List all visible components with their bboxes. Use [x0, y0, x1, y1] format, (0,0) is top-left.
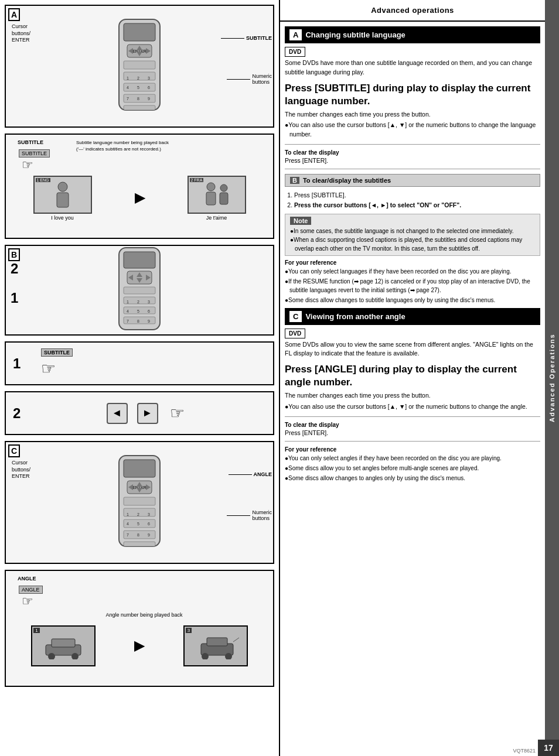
svg-text:7: 7	[127, 533, 129, 537]
car2-badge: 3	[186, 628, 192, 633]
b-letter-box: B	[290, 177, 299, 184]
svg-rect-25	[206, 192, 216, 205]
for-reference-label-b: For your reference	[280, 259, 545, 266]
svg-text:9: 9	[148, 319, 150, 323]
svg-text:3: 3	[148, 300, 150, 304]
section-a-label: A	[8, 8, 20, 21]
svg-text:7: 7	[127, 97, 129, 101]
svg-rect-21	[124, 105, 155, 110]
svg-rect-8	[124, 61, 155, 69]
svg-text:6: 6	[148, 309, 150, 313]
steps-list: Press [SUBTITLE]. Press the cursor butto…	[280, 190, 545, 210]
svg-text:8: 8	[137, 319, 139, 323]
numeric-callout: Numeric buttons	[227, 73, 272, 85]
section-c-sub-text: The number changes each time you press t…	[280, 391, 545, 401]
section-c-header: C Viewing from another angle	[285, 308, 540, 325]
step1-hand: ☞	[41, 359, 56, 378]
scene-arrow: ▶	[135, 190, 145, 206]
step1-num: 1	[13, 355, 21, 372]
c-cursor-callout: Cursor buttons/ ENTER	[12, 460, 30, 480]
svg-text:6: 6	[148, 85, 150, 90]
right-tv: 2 FRA Je t'aime	[188, 176, 246, 221]
section-c-intro: Some DVDs allow you to view the same sce…	[285, 340, 540, 359]
svg-rect-75	[207, 638, 227, 646]
dvd-badge-a: DVD	[285, 47, 305, 57]
svg-text:8: 8	[137, 97, 139, 101]
svg-rect-56	[124, 497, 155, 505]
left-person-svg	[45, 180, 80, 209]
step2-cursor: 2 ◄ ► ☞	[5, 391, 274, 435]
dvd-badge-c: DVD	[285, 329, 305, 338]
section-c-content: Some DVDs allow you to view the same sce…	[280, 340, 545, 359]
car-arrow: ▶	[134, 638, 144, 654]
svg-text:4: 4	[127, 522, 129, 526]
angle-illustration: ANGLE ANGLE ☞ Angle number being played …	[5, 570, 274, 687]
clear-display-text-a: Press [ENTER].	[280, 157, 545, 164]
note-text-2: ●When a disc supporting closed captions …	[290, 235, 535, 253]
subtitle-label: SUBTITLE	[18, 139, 43, 145]
car1-badge: 1	[33, 628, 39, 633]
svg-text:2: 2	[137, 300, 139, 304]
right-tv-screen: 2 FRA	[188, 176, 246, 214]
section-a-intro: Some DVDs have more than one subtitle la…	[285, 59, 540, 77]
car1: 1	[31, 625, 96, 666]
right-tv-caption: Je t'aime	[206, 215, 227, 221]
b-ref-1: ●You can only select languages if they h…	[280, 267, 545, 276]
left-arrow-btn: ◄	[107, 403, 128, 424]
svg-rect-27	[220, 193, 228, 204]
section-b-label: B	[8, 248, 20, 261]
section-b-title: To clear/display the subtitles	[303, 177, 391, 184]
cursor-buttons: ◄ ► ☞	[6, 392, 273, 434]
cursor-callout: Cursor buttons/ ENTER	[12, 23, 30, 44]
step1-indicator: 1	[11, 290, 18, 306]
svg-rect-23	[57, 193, 69, 207]
divider-c2	[285, 441, 540, 442]
step2-text: Press the cursor buttons [◄, ►] to selec…	[294, 200, 540, 210]
for-reference-label-c: For your reference	[280, 446, 545, 453]
right-tv-label: 2 FRA	[190, 178, 204, 182]
angle-callout: ANGLE	[229, 471, 272, 477]
svg-text:8: 8	[137, 533, 139, 537]
subtitle-desc: Subtitle language number being played ba…	[76, 139, 193, 152]
svg-text:1: 1	[127, 300, 129, 304]
note-box: Note ●In some cases, the subtitle langua…	[285, 214, 540, 256]
section-a-bullet1: ●You can also use the cursor buttons [▲,…	[280, 121, 545, 139]
car1-screen: 1	[31, 625, 96, 666]
right-content: Advanced operations A Changing subtitle …	[280, 0, 545, 756]
car-illustrations: 1 ▶ 3	[6, 589, 273, 703]
left-tv-label: 1 ENG	[36, 178, 50, 182]
remote-svg-c: ENTER 1 2 3 4 5 6 7 8 9	[101, 453, 178, 552]
arrow-buttons: ◄ ►	[107, 403, 158, 424]
c-ref-2: ●Some discs allow you to set angles befo…	[280, 464, 545, 473]
subtitle-hand: SUBTITLE ☞	[19, 149, 50, 173]
right-header: Advanced operations	[280, 0, 545, 22]
right-arrow-btn: ►	[137, 403, 158, 424]
step1-text: Press [SUBTITLE].	[294, 190, 540, 200]
section-c-remote: C ENTER 1 2 3 4 5 6 7 8 9 Curs	[5, 441, 274, 564]
svg-text:1: 1	[127, 76, 129, 80]
c-ref-1: ●You can only select angles if they have…	[280, 454, 545, 463]
a-letter-box: A	[289, 29, 302, 40]
header-title: Advanced operations	[371, 6, 454, 15]
svg-text:7: 7	[127, 319, 129, 323]
clear-display-label-c: To clear the display	[280, 422, 545, 428]
section-c-title: Viewing from another angle	[305, 312, 405, 321]
angle-label: ANGLE	[18, 576, 36, 581]
right-person-svg	[199, 180, 234, 209]
left-tv: 1 ENG I love you	[33, 176, 92, 221]
divider-c1	[285, 416, 540, 417]
vqt-code: VQT8621	[513, 748, 536, 754]
side-tab: Advanced Operations	[545, 0, 559, 756]
step1-subtitle: 1 SUBTITLE ☞	[5, 341, 274, 385]
svg-text:3: 3	[148, 512, 150, 516]
step2-indicator: 2	[11, 261, 18, 277]
b-ref-3: ●Some discs allow changes to subtitle la…	[280, 296, 545, 305]
section-a-header: A Changing subtitle language	[285, 26, 540, 43]
section-a-title: Changing subtitle language	[305, 30, 405, 39]
subtitle-illustration: SUBTITLE SUBTITLE ☞ Subtitle language nu…	[5, 134, 274, 239]
page-number: 17	[538, 740, 559, 756]
car2-svg	[192, 633, 239, 659]
svg-rect-29	[124, 252, 155, 268]
remote-svg-a: ENTER 1 2 3 4 5 6 7 8 9	[101, 16, 178, 116]
divider-a2	[285, 169, 540, 169]
